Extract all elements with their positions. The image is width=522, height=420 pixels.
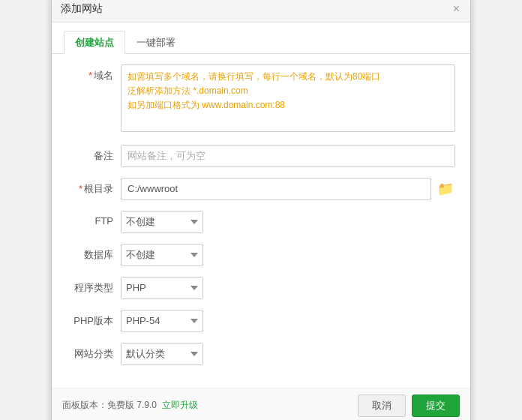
tab-bar: 创建站点 一键部署 — [52, 22, 470, 54]
php-version-control: PHP-54 PHP-56 PHP-70 PHP-72 PHP-74 — [121, 310, 455, 332]
program-type-select[interactable]: PHP Java Node Python — [121, 277, 203, 299]
ftp-select-wrap: 不创建 创建 — [121, 211, 455, 233]
add-website-dialog: 添加网站 × 创建站点 一键部署 *域名 备注 — [51, 0, 471, 420]
dialog-title: 添加网站 — [61, 2, 103, 16]
ftp-control: 不创建 创建 — [121, 211, 455, 233]
domain-label: *域名 — [67, 64, 121, 82]
database-select-wrap: 不创建 创建 — [121, 244, 455, 266]
site-category-row: 网站分类 默认分类 — [67, 343, 455, 365]
dialog-titlebar: 添加网站 × — [52, 0, 470, 22]
site-category-control: 默认分类 — [121, 343, 455, 365]
database-label: 数据库 — [67, 244, 121, 262]
tab-create-site[interactable]: 创建站点 — [64, 31, 125, 54]
footer-buttons: 取消 提交 — [358, 394, 460, 417]
remark-label: 备注 — [67, 145, 121, 163]
upgrade-link[interactable]: 立即升级 — [162, 400, 198, 410]
remark-control — [121, 145, 455, 167]
dialog-footer: 面板版本：免费版 7.9.0 立即升级 取消 提交 — [52, 388, 470, 421]
php-version-select[interactable]: PHP-54 PHP-56 PHP-70 PHP-72 PHP-74 — [121, 310, 203, 332]
version-text: 面板版本：免费版 7.9.0 — [62, 400, 157, 410]
root-dir-required-star: * — [79, 183, 82, 194]
submit-button[interactable]: 提交 — [412, 394, 460, 417]
site-category-select-wrap: 默认分类 — [121, 343, 455, 365]
program-type-row: 程序类型 PHP Java Node Python — [67, 277, 455, 299]
folder-browse-button[interactable]: 📁 — [436, 182, 455, 196]
database-row: 数据库 不创建 创建 — [67, 244, 455, 266]
domain-required-star: * — [88, 70, 92, 81]
database-select[interactable]: 不创建 创建 — [121, 244, 203, 266]
program-type-label: 程序类型 — [67, 277, 121, 295]
root-dir-input[interactable] — [121, 178, 431, 200]
php-version-label: PHP版本 — [67, 310, 121, 328]
program-type-select-wrap: PHP Java Node Python — [121, 277, 455, 299]
root-dir-row: *根目录 📁 — [67, 178, 455, 200]
form-content: *域名 备注 *根目录 — [52, 54, 470, 380]
dialog-body: 创建站点 一键部署 *域名 备注 — [52, 22, 470, 388]
php-version-row: PHP版本 PHP-54 PHP-56 PHP-70 PHP-72 PHP-74 — [67, 310, 455, 332]
close-button[interactable]: × — [452, 3, 461, 15]
root-dir-label: *根目录 — [67, 178, 121, 196]
remark-input[interactable] — [121, 145, 455, 167]
remark-row: 备注 — [67, 145, 455, 167]
site-category-label: 网站分类 — [67, 343, 121, 361]
site-category-select[interactable]: 默认分类 — [121, 343, 203, 365]
root-dir-control: 📁 — [121, 178, 455, 200]
ftp-select[interactable]: 不创建 创建 — [121, 211, 203, 233]
domain-row: *域名 — [67, 64, 455, 134]
cancel-button[interactable]: 取消 — [358, 394, 406, 417]
program-type-control: PHP Java Node Python — [121, 277, 455, 299]
tab-one-click-deploy[interactable]: 一键部署 — [125, 31, 187, 54]
footer-version-info: 面板版本：免费版 7.9.0 立即升级 — [62, 399, 198, 412]
domain-control — [121, 64, 455, 134]
php-version-select-wrap: PHP-54 PHP-56 PHP-70 PHP-72 PHP-74 — [121, 310, 455, 332]
root-dir-wrap: 📁 — [121, 178, 455, 200]
database-control: 不创建 创建 — [121, 244, 455, 266]
ftp-row: FTP 不创建 创建 — [67, 211, 455, 233]
domain-textarea[interactable] — [121, 64, 455, 132]
ftp-label: FTP — [67, 211, 121, 226]
